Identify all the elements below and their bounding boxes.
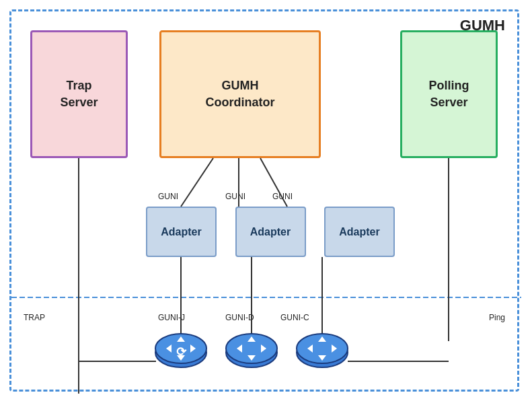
- adapter-label-2: Adapter: [250, 226, 291, 238]
- router-icon-1: ⟳: [153, 327, 210, 371]
- adapter-box-1: Adapter: [146, 207, 217, 257]
- trap-label: TRAP: [24, 313, 45, 322]
- adapter-label-3: Adapter: [339, 226, 379, 238]
- gumh-coordinator-box: GUMHCoordinator: [159, 30, 321, 158]
- svg-line-3: [181, 158, 213, 207]
- guni-label-2: GUNI: [225, 192, 245, 201]
- guni-c-label: GUNI-C: [280, 313, 309, 322]
- trap-server-box: TrapServer: [30, 30, 128, 158]
- polling-server-label: PollingServer: [429, 77, 469, 111]
- adapter-box-3: Adapter: [324, 207, 395, 257]
- trap-server-label: TrapServer: [60, 77, 98, 111]
- guni-j-label: GUNI-J: [158, 313, 185, 322]
- router-icon-2: [223, 327, 280, 371]
- adapter-row: Adapter Adapter Adapter: [146, 207, 395, 257]
- ping-label: Ping: [489, 313, 505, 322]
- guni-label-1: GUNI: [158, 192, 178, 201]
- adapter-box-2: Adapter: [235, 207, 306, 257]
- guni-d-label: GUNI-D: [225, 313, 254, 322]
- adapter-label-1: Adapter: [161, 226, 201, 238]
- gumh-coordinator-label: GUMHCoordinator: [206, 77, 275, 111]
- polling-server-box: PollingServer: [400, 30, 498, 158]
- router-icon-3: [294, 327, 351, 371]
- guni-label-3: GUNI: [272, 192, 293, 201]
- main-diagram-container: GUMH TrapServer GUMHCoordinator PollingS…: [9, 9, 519, 392]
